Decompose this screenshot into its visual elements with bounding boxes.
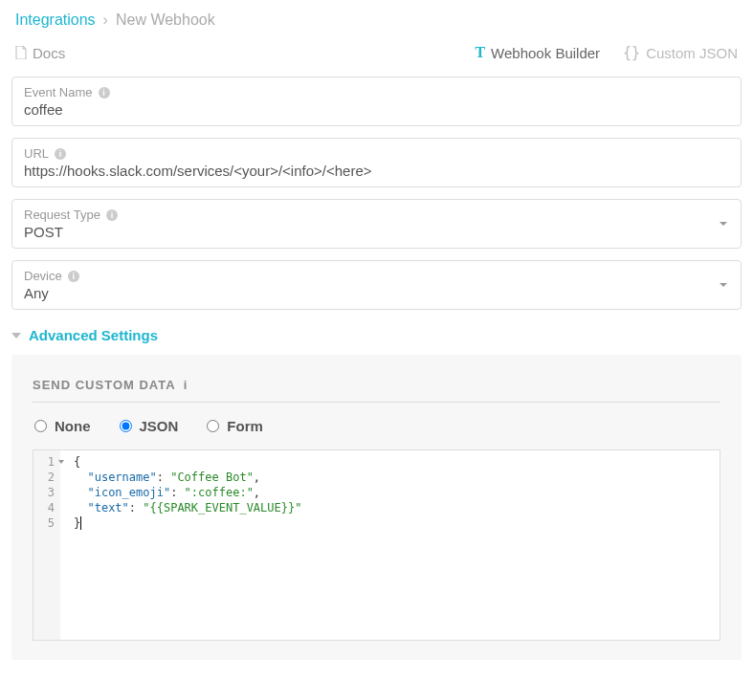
advanced-settings-label: Advanced Settings (29, 327, 158, 343)
header-row: Docs T Webhook Builder {} Custom JSON (8, 38, 745, 77)
info-icon[interactable]: i (184, 378, 188, 392)
radio-none-input[interactable] (34, 420, 47, 432)
editor-code[interactable]: { "username": "Coffee Bot", "icon_emoji"… (60, 450, 720, 640)
line-number: 5 (39, 515, 55, 531)
radio-none[interactable]: None (34, 418, 91, 434)
field-label: Request Type i (24, 208, 729, 222)
docs-label: Docs (33, 45, 65, 61)
caret-down-icon (11, 333, 21, 339)
docs-link[interactable]: Docs (15, 45, 65, 61)
builder-mode-tabs: T Webhook Builder {} Custom JSON (475, 44, 738, 61)
device-field[interactable]: Device i Any (11, 260, 742, 310)
radio-form[interactable]: Form (207, 418, 263, 434)
info-icon[interactable]: i (55, 148, 66, 160)
line-number: 2 (39, 470, 55, 485)
breadcrumb-current: New Webhook (116, 11, 215, 29)
editor-gutter: 1 2 3 4 5 (33, 450, 60, 640)
tab-label: Webhook Builder (491, 45, 600, 61)
radio-json[interactable]: JSON (120, 418, 179, 434)
radio-json-input[interactable] (120, 420, 132, 432)
event-name-input[interactable] (24, 101, 729, 118)
tab-custom-json[interactable]: {} Custom JSON (623, 44, 738, 61)
radio-form-input[interactable] (207, 420, 219, 432)
request-type-field[interactable]: Request Type i POST (11, 199, 742, 249)
radio-label: JSON (140, 418, 179, 434)
info-icon[interactable]: i (99, 87, 110, 98)
breadcrumb: Integrations › New Webhook (8, 8, 745, 38)
document-icon (15, 46, 27, 59)
json-editor[interactable]: 1 2 3 4 5 { "username": "Coffee Bot", "i… (33, 449, 720, 641)
tab-webhook-builder[interactable]: T Webhook Builder (475, 44, 600, 61)
field-label: Device i (24, 269, 729, 283)
advanced-settings-toggle[interactable]: Advanced Settings (11, 327, 742, 343)
request-type-select[interactable]: POST (24, 224, 729, 240)
url-field[interactable]: URL i (11, 138, 742, 187)
line-number: 3 (39, 485, 55, 500)
field-label: URL i (24, 146, 729, 161)
webhook-form: Event Name i URL i Request Type i POST D… (8, 77, 745, 310)
custom-data-radio-group: None JSON Form (33, 418, 720, 434)
device-select[interactable]: Any (24, 285, 729, 301)
advanced-settings-panel: SEND CUSTOM DATA i None JSON Form 1 2 3 … (11, 355, 742, 660)
line-number: 4 (39, 500, 55, 515)
braces-icon: {} (623, 44, 640, 61)
info-icon[interactable]: i (68, 271, 79, 282)
field-label: Event Name i (24, 85, 729, 99)
text-cursor-icon: T (475, 44, 485, 61)
radio-label: Form (227, 418, 263, 434)
send-custom-data-title: SEND CUSTOM DATA i (33, 378, 720, 403)
event-name-field[interactable]: Event Name i (11, 77, 742, 126)
chevron-right-icon: › (103, 11, 108, 29)
line-number: 1 (39, 454, 55, 470)
radio-label: None (55, 418, 91, 434)
info-icon[interactable]: i (106, 209, 118, 221)
url-input[interactable] (24, 163, 729, 179)
breadcrumb-root-link[interactable]: Integrations (15, 11, 96, 29)
tab-label: Custom JSON (646, 45, 738, 61)
